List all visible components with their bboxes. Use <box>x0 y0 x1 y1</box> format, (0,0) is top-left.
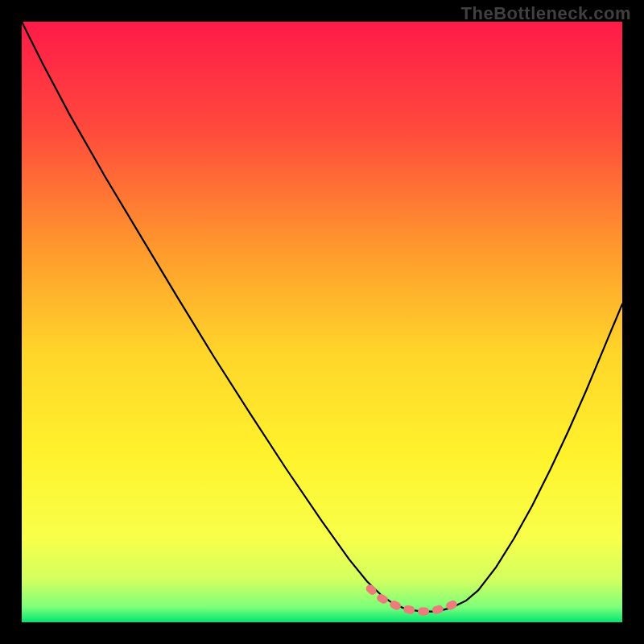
plot-background <box>22 22 622 622</box>
bottleneck-plot <box>22 22 622 622</box>
chart-frame: TheBottleneck.com <box>0 0 644 644</box>
